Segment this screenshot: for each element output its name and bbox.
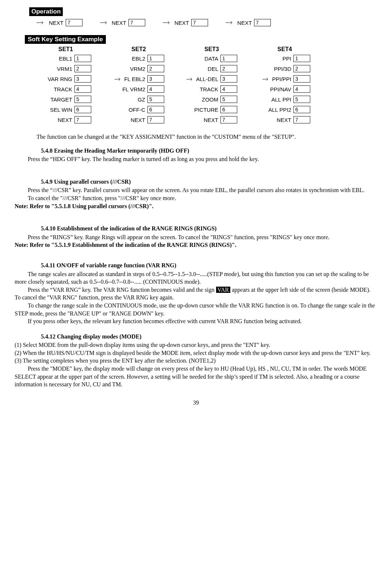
key-num-box: 2 (147, 65, 164, 72)
key-label: SEL WIN (50, 107, 72, 113)
key-num-box: 7 (220, 116, 237, 123)
set-header: SET2 (102, 46, 175, 53)
key-row: OFF-C6 (102, 106, 175, 113)
list-item: (3) The setting completes when you press… (15, 357, 377, 365)
section-549-p1: Press the “///CSR” key. Parallel cursors… (15, 186, 377, 194)
key-label: VAR RNG (48, 76, 72, 82)
var-badge: VAR (216, 287, 231, 293)
arrow-right-icon (100, 20, 109, 25)
next-num-box: 7 (128, 19, 145, 26)
next-item: NEXT 7 (49, 19, 82, 26)
key-row: EBL21 (102, 55, 175, 62)
section-5411-p3: To change the range scale in the CONTINU… (15, 302, 377, 317)
key-num-box: 3 (147, 75, 164, 83)
key-row: TRACK4 (175, 85, 248, 93)
key-label: NEXT (277, 117, 291, 123)
key-num-box: 6 (293, 106, 310, 113)
key-row: ALL-DEL3 (175, 75, 248, 83)
arrow-right-icon (163, 20, 172, 25)
body-text: The function can be changed at the "KEY … (15, 133, 377, 389)
key-num-box: 6 (147, 106, 164, 113)
section-5411-title: 5.4.11 ON/OFF of variable range function… (15, 261, 377, 269)
key-row: EBL11 (29, 55, 102, 62)
softkey-sets: SET1 EBL11 VRM12 VAR RNG3 TRACK4 TARGET5… (29, 46, 377, 126)
key-label: PPI (283, 56, 291, 62)
key-row: FL EBL23 (102, 75, 175, 83)
key-num-box: 5 (220, 96, 237, 103)
key-row: FL VRM24 (102, 85, 175, 93)
key-num-box: 2 (293, 65, 310, 72)
set-column: SET2 EBL21 VRM22 FL EBL23 FL VRM24 GZ5 O… (102, 46, 175, 126)
key-row: ALL PPI26 (248, 106, 321, 113)
key-num-box: 5 (147, 96, 164, 103)
key-row: NEXT7 (175, 116, 248, 123)
key-label: ZOOM (202, 96, 218, 103)
next-row: NEXT 7 NEXT 7 NEXT 7 NEXT 7 (36, 19, 377, 26)
key-num-box: 7 (74, 116, 91, 123)
key-label: DEL (208, 66, 218, 72)
section-5411-p1: The range scales are allocated as standa… (15, 270, 377, 286)
section-5412-list: (1) Select MODE from the pull-down displ… (15, 341, 377, 365)
section-548-body: Press the “HDG OFF” key. The heading mar… (15, 155, 377, 163)
key-num-box: 6 (220, 106, 237, 113)
key-label: VRM2 (130, 66, 145, 72)
key-label: PPI/NAV (270, 86, 291, 92)
key-num-box: 5 (74, 96, 91, 103)
next-label: NEXT (49, 20, 64, 26)
set-header: SET4 (248, 46, 321, 53)
key-label: ALL-DEL (196, 76, 218, 82)
key-label: PPI/3D (274, 66, 291, 72)
key-label: FL VRM2 (122, 86, 145, 92)
key-num-box: 1 (147, 55, 164, 62)
key-num-box: 2 (220, 65, 237, 72)
key-label: TRACK (54, 86, 72, 92)
key-row: TRACK4 (29, 85, 102, 93)
arrow-right-icon (187, 76, 194, 82)
next-num-box: 7 (66, 19, 82, 26)
section-549-title: 5.4.9 Using parallel cursors (///CSR) (15, 178, 377, 186)
key-row: PICTURE6 (175, 106, 248, 113)
section-549-note: Note: Refer to "5.5.1.8 Using parallel c… (15, 202, 377, 210)
key-num-box: 3 (74, 75, 91, 83)
key-num-box: 1 (293, 55, 310, 62)
key-label: FL EBL2 (124, 76, 145, 82)
key-row: VRM22 (102, 65, 175, 72)
key-num-box: 4 (293, 85, 310, 93)
key-label: PICTURE (194, 107, 218, 113)
key-row: DATA1 (175, 55, 248, 62)
key-row: SEL WIN6 (29, 106, 102, 113)
key-assignment-note: The function can be changed at the "KEY … (15, 133, 377, 141)
arrow-right-icon (115, 76, 122, 82)
key-num-box: 6 (74, 106, 91, 113)
arrow-right-icon (226, 20, 234, 25)
set-column: SET1 EBL11 VRM12 VAR RNG3 TRACK4 TARGET5… (29, 46, 102, 126)
key-label: GZ (138, 96, 145, 103)
section-5410-title: 5.4.10 Establishment of the indication o… (15, 225, 377, 233)
section-548-title: 5.4.8 Erasing the Heading Marker tempora… (15, 147, 377, 155)
softkey-tag: Soft Key Setting Example (25, 35, 106, 44)
key-label: NEXT (131, 117, 145, 123)
key-label: OFF-C (128, 107, 145, 113)
arrow-right-icon (36, 20, 45, 25)
key-row: VRM12 (29, 65, 102, 72)
key-row: ZOOM5 (175, 96, 248, 103)
set-header: SET1 (29, 46, 102, 53)
key-num-box: 4 (147, 85, 164, 93)
section-5411-p2a: Press the “VAR RNG” key. The VAR RNG fun… (28, 287, 216, 293)
key-row: NEXT7 (102, 116, 175, 123)
next-label: NEXT (174, 20, 189, 26)
key-row: ALL PPI5 (248, 96, 321, 103)
section-5412-title: 5.4.12 Changing display modes (MODE) (15, 333, 377, 341)
key-row: PPI1 (248, 55, 321, 62)
key-row: TARGET5 (29, 96, 102, 103)
key-num-box: 3 (293, 75, 310, 83)
key-num-box: 7 (293, 116, 310, 123)
key-label: NEXT (58, 117, 72, 123)
key-num-box: 3 (220, 75, 237, 83)
section-5410-note: Note: Refer to "5.5.1.9 Establishment of… (15, 241, 377, 249)
section-549-p2: To cancel the "///CSR" function, press "… (15, 194, 377, 202)
next-item: NEXT 7 (112, 19, 145, 26)
arrow-right-icon (262, 76, 270, 82)
section-5412-p1: Press the "MODE" key, the display mode w… (15, 365, 377, 389)
key-row: PPI/3D2 (248, 65, 321, 72)
